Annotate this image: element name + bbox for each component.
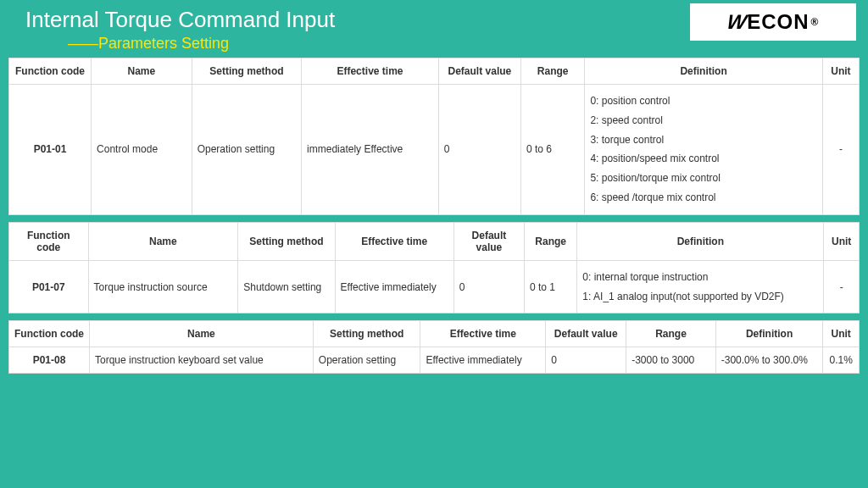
- col-setting-method: Setting method: [238, 222, 335, 260]
- cell-rg: -3000 to 3000: [626, 347, 716, 374]
- col-unit: Unit: [822, 58, 859, 85]
- def-line: 6: speed /torque mix control: [590, 188, 816, 208]
- col-definition: Definition: [585, 58, 822, 85]
- cell-et: Effective immediately: [335, 260, 453, 313]
- col-name: Name: [92, 58, 192, 85]
- cell-def: -300.0% to 300.0%: [715, 347, 823, 374]
- cell-sm: Shutdown setting: [238, 260, 335, 313]
- def-line: 0: internal torque instruction: [582, 268, 818, 287]
- brand-logo: WECON®: [690, 3, 856, 41]
- cell-name: Torque instruction keyboard set value: [89, 347, 313, 374]
- cell-dv: 0: [546, 347, 626, 374]
- table-row: P01-01 Control mode Operation setting im…: [9, 85, 860, 215]
- param-table-p01-07: Function code Name Setting method Effect…: [8, 222, 860, 314]
- col-range: Range: [525, 222, 577, 260]
- col-default-value: Default value: [453, 222, 524, 260]
- col-setting-method: Setting method: [313, 321, 420, 347]
- cell-name: Torque instruction source: [88, 260, 238, 313]
- param-table-p01-01: Function code Name Setting method Effect…: [8, 58, 860, 215]
- col-definition: Definition: [577, 222, 824, 260]
- def-line: 4: position/speed mix control: [590, 149, 816, 169]
- table-header-row: Function code Name Setting method Effect…: [9, 58, 860, 85]
- col-name: Name: [89, 321, 313, 347]
- def-line: 5: position/torque mix control: [590, 169, 816, 188]
- cell-unit: 0.1%: [823, 347, 860, 374]
- cell-dv: 0: [453, 260, 524, 313]
- cell-def: 0: position control 2: speed control 3: …: [585, 85, 822, 215]
- def-line: 3: torque control: [590, 130, 816, 150]
- table-header-row: Function code Name Setting method Effect…: [9, 321, 860, 347]
- cell-unit: -: [824, 260, 860, 313]
- cell-rg: 0 to 6: [520, 85, 584, 215]
- col-name: Name: [88, 222, 238, 260]
- col-function-code: Function code: [9, 58, 92, 85]
- cell-et: Effective immediately: [420, 347, 546, 374]
- def-line: 0: position control: [590, 92, 816, 111]
- col-effective-time: Effective time: [302, 58, 439, 85]
- cell-fc: P01-07: [9, 260, 89, 313]
- cell-def: 0: internal torque instruction 1: AI_1 a…: [577, 260, 824, 313]
- cell-fc: P01-08: [9, 347, 90, 374]
- col-definition: Definition: [715, 321, 823, 347]
- col-setting-method: Setting method: [192, 58, 301, 85]
- param-table-p01-08: Function code Name Setting method Effect…: [8, 320, 860, 374]
- cell-name: Control mode: [92, 85, 192, 215]
- cell-et: immediately Effective: [302, 85, 439, 215]
- cell-dv: 0: [438, 85, 520, 215]
- cell-sm: Operation setting: [313, 347, 420, 374]
- col-function-code: Function code: [9, 222, 89, 260]
- def-line: 2: speed control: [590, 111, 816, 130]
- col-unit: Unit: [824, 222, 860, 260]
- col-unit: Unit: [823, 321, 860, 347]
- table-header-row: Function code Name Setting method Effect…: [9, 222, 860, 260]
- col-default-value: Default value: [438, 58, 520, 85]
- cell-sm: Operation setting: [192, 85, 301, 215]
- def-line: 1: AI_1 analog input(not supported by VD…: [582, 287, 818, 307]
- col-range: Range: [520, 58, 584, 85]
- col-range: Range: [626, 321, 716, 347]
- cell-fc: P01-01: [9, 85, 92, 215]
- table-row: P01-08 Torque instruction keyboard set v…: [9, 347, 860, 374]
- col-effective-time: Effective time: [335, 222, 453, 260]
- cell-unit: -: [822, 85, 859, 215]
- col-default-value: Default value: [546, 321, 626, 347]
- col-function-code: Function code: [9, 321, 90, 347]
- table-row: P01-07 Torque instruction source Shutdow…: [9, 260, 860, 313]
- col-effective-time: Effective time: [420, 321, 546, 347]
- cell-rg: 0 to 1: [525, 260, 577, 313]
